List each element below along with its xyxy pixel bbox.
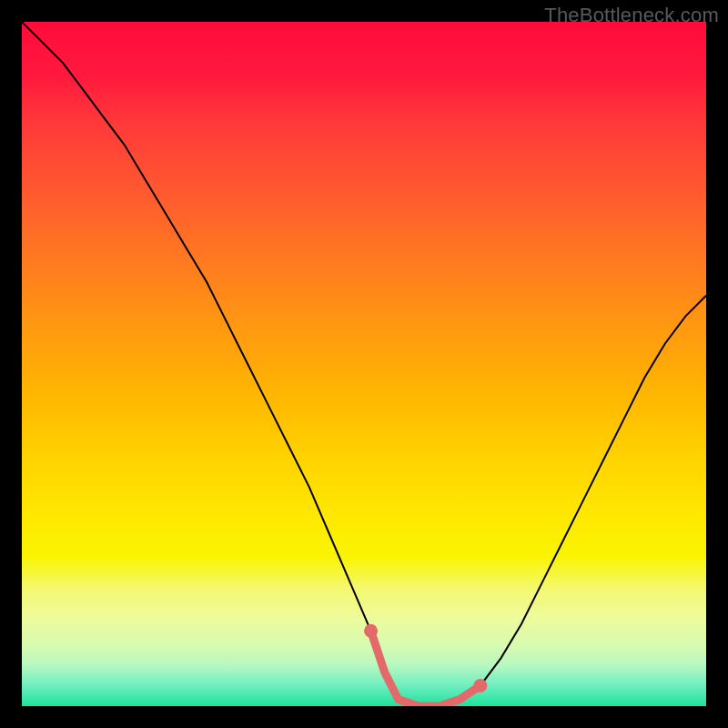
chart-plot-area	[22, 22, 706, 706]
zero-bottleneck-highlight	[371, 631, 480, 706]
highlight-endpoint-left	[364, 624, 378, 638]
highlight-endpoint-right	[473, 679, 487, 693]
chart-svg	[22, 22, 706, 706]
watermark-text: TheBottleneck.com	[544, 4, 719, 27]
bottleneck-curve	[22, 22, 706, 706]
chart-frame: TheBottleneck.com	[0, 0, 728, 728]
